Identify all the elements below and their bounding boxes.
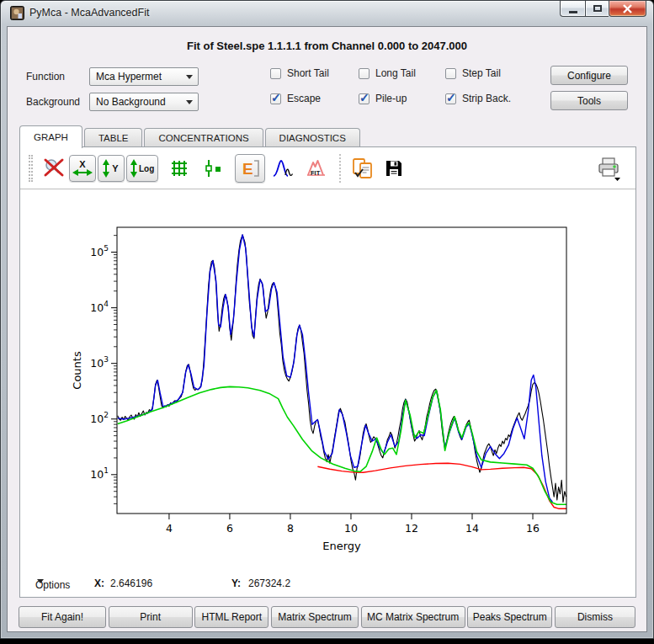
y-autoscale-icon: Y <box>100 158 122 178</box>
maximize-button[interactable] <box>585 1 609 17</box>
configure-button[interactable]: Configure <box>550 66 628 85</box>
close-button[interactable] <box>609 1 646 17</box>
checkbox-escape[interactable]: Escape <box>270 93 321 104</box>
svg-text:Y: Y <box>112 163 119 173</box>
svg-text:X: X <box>79 159 86 169</box>
svg-text:105: 105 <box>90 244 109 258</box>
svg-text:4: 4 <box>166 522 173 535</box>
fit-header-title: Fit of Steel.spe 1.1.1.1 from Channel 0.… <box>8 40 646 52</box>
close-icon <box>622 4 633 13</box>
fit-again-button[interactable]: Fit Again! <box>19 606 106 628</box>
checkbox-box <box>359 93 370 104</box>
fit-function-icon[interactable] <box>271 155 298 182</box>
svg-text:10: 10 <box>344 522 358 535</box>
save-icon[interactable] <box>380 155 407 182</box>
graph-tab-page: X Y <box>19 146 636 598</box>
checkbox-box <box>445 68 456 79</box>
checkbox-step-tail[interactable]: Step Tail <box>445 67 501 79</box>
options-arrow-icon <box>37 579 44 587</box>
window-title: PyMca - McaAdvancedFit <box>29 7 149 19</box>
x-autoscale-button[interactable]: X <box>69 155 96 182</box>
checkbox-short-tail[interactable]: Short Tail <box>270 67 329 79</box>
checkbox-label: Step Tail <box>462 67 501 79</box>
checkbox-label: Long Tail <box>375 67 416 79</box>
combo-arrow-icon <box>186 100 193 108</box>
fit-icon[interactable]: FIT <box>304 155 331 182</box>
combo-arrow-icon <box>186 75 193 82</box>
checkbox-pile-up[interactable]: Pile-up <box>359 93 407 104</box>
tools-button[interactable]: Tools <box>550 91 628 110</box>
tab-graph[interactable]: GRAPH <box>19 125 82 148</box>
tab-concentrations[interactable]: CONCENTRATIONS <box>144 128 263 147</box>
checkbox-label: Short Tail <box>287 67 329 79</box>
function-combobox[interactable]: Mca Hypermet <box>89 67 199 86</box>
svg-text:FIT: FIT <box>311 169 321 177</box>
svg-text:Log: Log <box>139 164 154 173</box>
background-combobox[interactable]: No Background <box>89 93 199 111</box>
tab-bar: GRAPH TABLE CONCENTRATIONS DIAGNOSTICS <box>19 125 362 147</box>
cursor-x-label: X: <box>94 577 104 589</box>
maximize-icon <box>593 5 602 12</box>
html-report-button[interactable]: HTML Report <box>194 606 269 628</box>
title-bar[interactable]: PyMca - McaAdvancedFit <box>1 1 653 26</box>
app-icon <box>10 6 24 20</box>
checkbox-box <box>445 93 456 104</box>
spectrum-plot[interactable]: 46810121416101102103104105EnergyCounts <box>20 190 635 576</box>
svg-text:102: 102 <box>90 411 109 425</box>
log-scale-button[interactable]: Log <box>126 155 158 182</box>
zoom-reset-icon[interactable] <box>40 155 67 182</box>
svg-text:101: 101 <box>90 466 109 481</box>
tab-table[interactable]: TABLE <box>84 128 143 147</box>
minimize-icon <box>569 11 577 13</box>
function-label: Function <box>26 71 65 82</box>
svg-text:Counts: Counts <box>71 351 83 390</box>
copy-to-clipboard-icon[interactable] <box>349 155 376 182</box>
dismiss-button[interactable]: Dismiss <box>555 606 635 628</box>
pymca-window: PyMca - McaAdvancedFit Fit of Steel.spe … <box>0 0 654 639</box>
log-scale-icon: Log <box>129 158 156 178</box>
print-button[interactable]: Print <box>109 606 193 628</box>
svg-text:E: E <box>242 160 253 178</box>
print-icon[interactable] <box>595 155 622 182</box>
svg-text:14: 14 <box>465 522 479 535</box>
energy-icon: E <box>238 157 262 179</box>
peaks-spectrum-button[interactable]: Peaks Spectrum <box>467 606 552 628</box>
checkbox-box <box>270 68 281 79</box>
checkbox-label: Escape <box>287 93 321 104</box>
cursor-y-value: 267324.2 <box>248 577 290 589</box>
y-autoscale-button[interactable]: Y <box>98 155 125 182</box>
grid-icon[interactable] <box>166 155 193 182</box>
svg-text:Energy: Energy <box>322 540 361 552</box>
matrix-spectrum-button[interactable]: Matrix Spectrum <box>271 606 359 628</box>
svg-text:6: 6 <box>226 522 233 535</box>
checkbox-strip-back[interactable]: Strip Back. <box>445 93 511 104</box>
checkbox-box <box>359 68 370 79</box>
checkbox-label: Strip Back. <box>462 93 511 104</box>
cursor-x-value: 2.646196 <box>110 577 152 589</box>
toolbar-handle[interactable] <box>29 155 33 182</box>
tab-diagnostics[interactable]: DIAGNOSTICS <box>265 128 360 147</box>
toolbar-separator <box>339 154 341 183</box>
minimize-button[interactable] <box>560 1 585 17</box>
footer-button-row: Fit Again! Print HTML Report Matrix Spec… <box>13 606 641 628</box>
function-value: Mca Hypermet <box>96 71 162 82</box>
background-value: No Background <box>96 96 166 108</box>
svg-text:8: 8 <box>287 522 294 535</box>
dialog-client-area: Fit of Steel.spe 1.1.1.1 from Channel 0.… <box>7 26 647 632</box>
svg-text:16: 16 <box>526 522 540 535</box>
checkbox-box <box>270 93 281 104</box>
checkbox-long-tail[interactable]: Long Tail <box>359 67 416 79</box>
svg-text:103: 103 <box>90 355 109 370</box>
peak-markers-icon[interactable] <box>200 155 227 182</box>
background-label: Background <box>26 96 80 108</box>
checkbox-label: Pile-up <box>375 93 407 104</box>
cursor-y-label: Y: <box>231 577 241 589</box>
svg-text:104: 104 <box>90 300 109 314</box>
svg-text:12: 12 <box>405 522 418 535</box>
x-autoscale-icon: X <box>72 158 93 178</box>
mc-matrix-spectrum-button[interactable]: MC Matrix Spectrum <box>361 606 465 628</box>
energy-selection-button[interactable]: E <box>235 154 265 183</box>
plot-status-bar: Options X: 2.646196 Y: 267324.2 <box>29 576 630 593</box>
plot-toolbar: X Y <box>20 147 635 189</box>
